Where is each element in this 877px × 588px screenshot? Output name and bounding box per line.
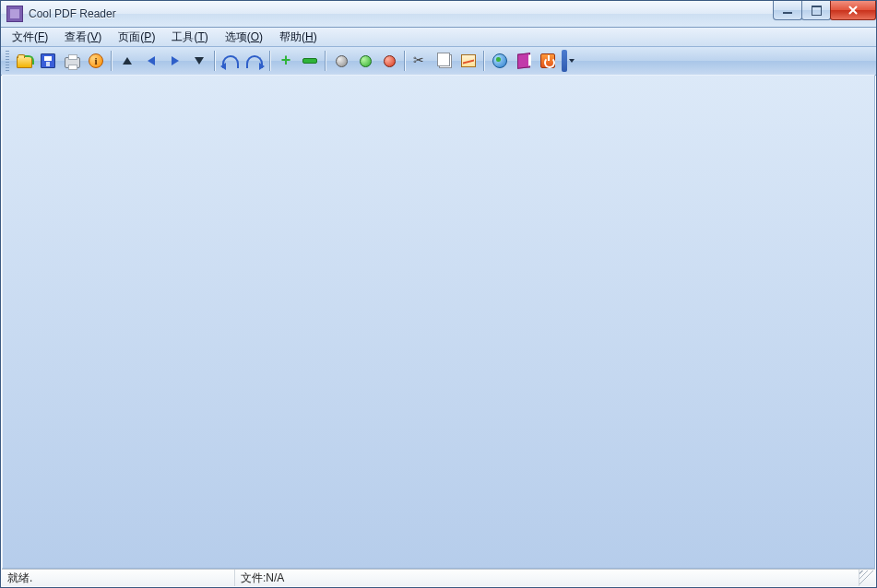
app-icon	[6, 6, 23, 22]
close-button[interactable]	[830, 1, 876, 20]
status-bar: 就绪. 文件: N/A	[2, 569, 875, 586]
chart-icon	[461, 54, 476, 67]
status-ready: 就绪.	[2, 570, 235, 586]
menu-tools[interactable]: 工具(T)	[164, 29, 215, 46]
status-file-prefix: 文件:	[241, 570, 266, 586]
menu-bar: 文件(F) 查看(V) 页面(P) 工具(T) 选项(O) 帮助(H)	[1, 28, 876, 47]
zoom-out-button[interactable]	[299, 50, 321, 72]
redo-button[interactable]	[243, 50, 266, 72]
snapshot-button[interactable]	[457, 50, 480, 72]
menu-file[interactable]: 文件(F)	[5, 29, 55, 46]
menu-view[interactable]: 查看(V)	[57, 29, 109, 46]
print-button[interactable]	[61, 50, 83, 72]
title-bar[interactable]: Cool PDF Reader	[1, 1, 876, 28]
redo-icon	[246, 55, 263, 68]
undo-icon	[222, 55, 239, 68]
globe-icon	[492, 53, 507, 68]
copy-icon	[439, 54, 452, 68]
next-page-button[interactable]	[164, 50, 186, 72]
window-controls	[774, 1, 876, 19]
status-file-value: N/A	[266, 571, 284, 584]
prev-page-button[interactable]	[140, 50, 162, 72]
cut-button[interactable]	[409, 50, 432, 72]
menu-help[interactable]: 帮助(H)	[272, 29, 325, 46]
minimize-icon	[783, 12, 792, 14]
web-button[interactable]	[489, 50, 511, 72]
minus-icon	[302, 58, 317, 64]
menu-options[interactable]: 选项(O)	[218, 29, 270, 46]
toolbar-overflow-dropdown[interactable]	[567, 51, 576, 71]
printer-icon	[65, 57, 80, 68]
first-page-button[interactable]	[116, 50, 138, 72]
red-dot-icon	[384, 55, 396, 67]
open-folder-icon	[17, 56, 32, 68]
help-button[interactable]	[513, 50, 535, 72]
arrow-right-icon	[172, 56, 179, 65]
arrow-down-icon	[195, 57, 204, 65]
resize-grip[interactable]	[859, 570, 874, 585]
plus-icon: +	[281, 53, 291, 66]
toolbar: +	[1, 47, 876, 76]
document-viewport[interactable]	[2, 75, 875, 569]
grey-dot-icon	[336, 55, 348, 67]
toolbar-separator	[483, 51, 485, 71]
power-icon	[540, 53, 555, 68]
book-icon	[517, 53, 530, 68]
status-file: 文件: N/A	[235, 570, 859, 586]
fit-page-button[interactable]	[354, 50, 376, 72]
fit-actual-button[interactable]	[330, 50, 352, 72]
window-title: Cool PDF Reader	[29, 7, 116, 20]
toolbar-separator	[325, 51, 326, 71]
exit-button[interactable]	[537, 50, 559, 72]
fit-width-button[interactable]	[378, 50, 400, 72]
open-button[interactable]	[13, 50, 35, 72]
toolbar-separator	[269, 51, 271, 71]
undo-button[interactable]	[219, 50, 242, 72]
close-icon	[847, 5, 859, 16]
maximize-button[interactable]	[801, 1, 831, 20]
toolbar-separator	[111, 51, 113, 71]
toolbar-separator	[214, 51, 216, 71]
arrow-up-icon	[123, 57, 132, 65]
app-window: Cool PDF Reader 文件(F) 查看(V) 页面(P) 工具(T) …	[0, 0, 877, 588]
last-page-button[interactable]	[188, 50, 210, 72]
info-button[interactable]	[85, 50, 107, 72]
toolbar-grip[interactable]	[6, 51, 9, 71]
green-dot-icon	[360, 55, 372, 67]
zoom-in-button[interactable]: +	[275, 50, 297, 72]
scissors-icon	[413, 53, 428, 68]
save-button[interactable]	[37, 50, 59, 72]
minimize-button[interactable]	[773, 1, 802, 20]
save-disk-icon	[41, 53, 55, 68]
toolbar-separator	[404, 51, 406, 71]
menu-page[interactable]: 页面(P)	[111, 29, 162, 46]
maximize-icon	[812, 6, 822, 16]
chevron-down-icon	[569, 59, 575, 63]
copy-button[interactable]	[433, 50, 456, 72]
info-icon	[89, 53, 103, 68]
arrow-left-icon	[148, 56, 155, 65]
